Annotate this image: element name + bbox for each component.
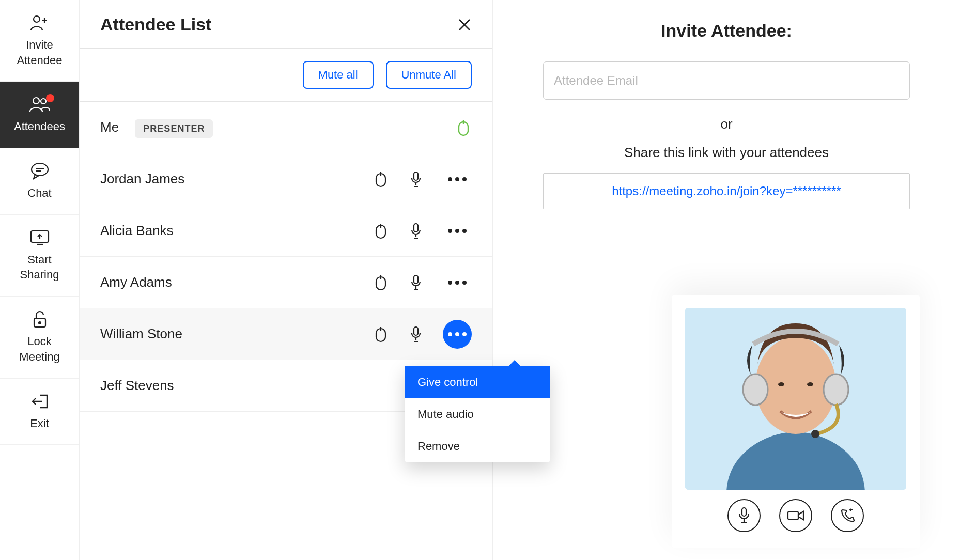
sidebar-item-attendees[interactable]: Attendees <box>0 82 79 148</box>
or-label: or <box>720 116 732 132</box>
notification-dot <box>46 94 54 102</box>
attendee-panel: Attendee List Mute all Unmute All Me PRE… <box>80 0 493 560</box>
mouse-icon[interactable] <box>373 326 389 343</box>
svg-point-3 <box>32 163 48 176</box>
attendee-name: William Stone <box>100 326 373 342</box>
attendee-name: Alicia Banks <box>100 223 373 239</box>
attendee-name: Jordan James <box>100 171 373 187</box>
video-controls <box>672 499 920 532</box>
attendee-row-me: Me PRESENTER <box>80 102 492 153</box>
svg-rect-11 <box>414 224 418 232</box>
invite-title: Invite Attendee: <box>661 21 792 41</box>
video-preview-card <box>672 295 920 548</box>
sidebar-item-label: Chat <box>27 185 51 201</box>
menu-item-remove[interactable]: Remove <box>405 430 550 462</box>
sidebar-item-lock-meeting[interactable]: Lock Meeting <box>0 297 79 378</box>
sidebar-item-exit[interactable]: Exit <box>0 379 79 445</box>
attendee-name: Me PRESENTER <box>100 119 455 135</box>
svg-point-6 <box>39 322 41 324</box>
mouse-icon[interactable] <box>373 223 389 239</box>
attendee-row: Amy Adams <box>80 257 492 308</box>
invite-pane: Invite Attendee: or Share this link with… <box>493 0 960 560</box>
more-button[interactable] <box>443 216 472 245</box>
svg-point-2 <box>41 99 46 104</box>
svg-point-22 <box>811 430 819 438</box>
attendee-list: Me PRESENTER Jordan James Alicia Banks <box>80 102 492 560</box>
sidebar: Invite Attendee Attendees Chat <box>0 0 80 560</box>
more-button[interactable] <box>443 320 472 349</box>
mouse-icon[interactable] <box>373 274 389 291</box>
presenter-badge: PRESENTER <box>135 119 213 138</box>
video-thumbnail <box>685 308 906 490</box>
chat-icon <box>30 161 50 181</box>
sidebar-item-chat[interactable]: Chat <box>0 148 79 215</box>
svg-rect-15 <box>414 327 418 335</box>
person-avatar <box>685 308 906 490</box>
mute-button-row: Mute all Unmute All <box>80 49 492 102</box>
menu-item-mute-audio[interactable]: Mute audio <box>405 398 550 430</box>
more-button[interactable] <box>443 165 472 194</box>
svg-rect-23 <box>742 508 746 516</box>
svg-point-18 <box>743 374 768 405</box>
exit-icon <box>30 391 49 412</box>
sidebar-item-label: Lock Meeting <box>19 334 59 364</box>
panel-header: Attendee List <box>80 0 492 49</box>
share-link-text: Share this link with your attendees <box>624 145 829 161</box>
sidebar-item-label: Start Sharing <box>20 252 59 283</box>
mic-icon[interactable] <box>408 171 424 188</box>
menu-item-give-control[interactable]: Give control <box>405 366 550 398</box>
mute-all-button[interactable]: Mute all <box>303 61 374 89</box>
svg-point-19 <box>824 374 848 405</box>
svg-rect-9 <box>414 172 418 180</box>
attendee-row: Alicia Banks <box>80 205 492 257</box>
attendee-row: Jordan James <box>80 153 492 205</box>
sidebar-item-start-sharing[interactable]: Start Sharing <box>0 215 79 297</box>
unmute-all-button[interactable]: Unmute All <box>386 61 472 89</box>
mouse-icon[interactable] <box>373 171 389 188</box>
mic-icon[interactable] <box>408 274 424 291</box>
attendee-actions-popover: Give control Mute audio Remove <box>405 366 550 462</box>
svg-rect-24 <box>788 511 798 520</box>
share-link-box[interactable]: https://meeting.zoho.in/join?key=*******… <box>543 173 910 209</box>
svg-rect-13 <box>414 275 418 284</box>
person-plus-icon <box>30 12 50 33</box>
close-button[interactable] <box>457 18 472 32</box>
attendee-row: William Stone <box>80 308 492 360</box>
svg-point-21 <box>807 382 813 386</box>
sidebar-item-label: Exit <box>30 416 49 431</box>
sidebar-item-label: Attendees <box>14 119 65 134</box>
svg-point-20 <box>778 382 784 386</box>
svg-point-1 <box>33 98 39 104</box>
sidebar-item-invite-attendee[interactable]: Invite Attendee <box>0 0 79 82</box>
more-button[interactable] <box>443 268 472 297</box>
mic-toggle-button[interactable] <box>727 499 761 532</box>
attendee-email-input[interactable] <box>543 61 910 100</box>
sidebar-item-label: Invite Attendee <box>17 37 62 68</box>
attendee-name: Amy Adams <box>100 274 373 290</box>
video-toggle-button[interactable] <box>779 499 812 532</box>
panel-title: Attendee List <box>100 14 211 35</box>
svg-point-0 <box>34 16 40 22</box>
screen-share-icon <box>29 227 50 248</box>
mic-icon[interactable] <box>408 326 424 343</box>
lock-open-icon <box>32 309 48 330</box>
mic-icon[interactable] <box>408 223 424 239</box>
mouse-icon[interactable] <box>455 119 472 136</box>
end-call-button[interactable] <box>831 499 864 532</box>
